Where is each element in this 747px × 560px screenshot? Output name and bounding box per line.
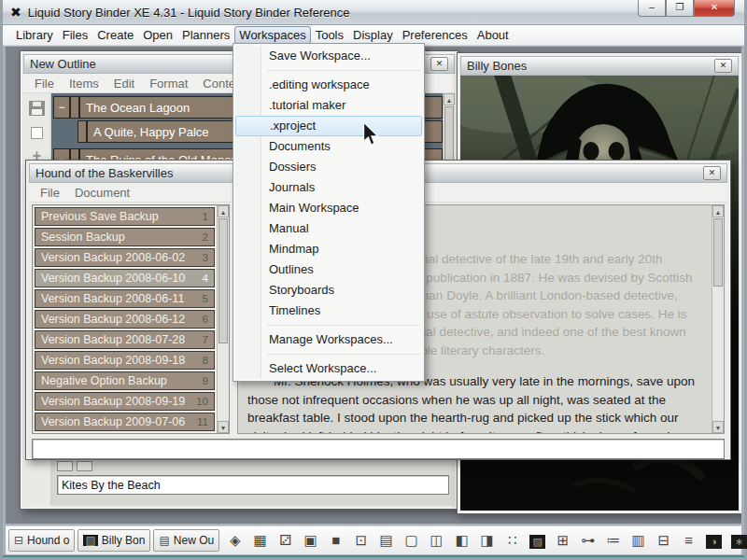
backup-row[interactable]: Version Backup 2008-09-188 <box>35 351 215 370</box>
maximize-button[interactable]: ❐ <box>666 0 694 17</box>
menu-tools[interactable]: Tools <box>311 26 348 44</box>
rows-icon[interactable]: ≡ <box>676 529 701 552</box>
editor-small-button[interactable] <box>77 461 92 471</box>
list-panel-icon[interactable]: ◧ <box>449 529 474 552</box>
image-night-icon[interactable]: ∗ <box>726 529 747 552</box>
menu-about[interactable]: About <box>472 26 514 44</box>
columns-icon[interactable]: ▥ <box>626 529 651 552</box>
document-scrollbar[interactable]: ▲ ▼ <box>712 205 724 433</box>
minimize-button[interactable]: – <box>638 0 666 17</box>
backup-row[interactable]: Version Backup 2008-06-115 <box>35 289 215 308</box>
square-icon[interactable]: ■ <box>323 529 348 552</box>
menuitem-journals[interactable]: Journals <box>235 177 422 198</box>
hound-menu-document[interactable]: Document <box>67 184 137 202</box>
menuitem-mindmap[interactable]: Mindmap <box>235 239 422 259</box>
menu-planners[interactable]: Planners <box>177 26 234 44</box>
backup-row[interactable]: Negative Option Backup9 <box>35 371 215 390</box>
layers-icon[interactable]: ◈ <box>222 529 247 552</box>
menu-library[interactable]: Library <box>11 26 58 44</box>
page-icon[interactable]: ▢ <box>399 529 424 552</box>
scroll-up-icon[interactable]: ▲ <box>712 205 724 217</box>
outline-list-icon[interactable]: ≔ <box>600 529 626 552</box>
backup-row[interactable]: Version Backup 2008-06-023 <box>35 248 215 267</box>
pixel-grid-icon[interactable]: ∷ <box>500 529 525 552</box>
menu-display[interactable]: Display <box>348 26 398 44</box>
taskbar-button-billy[interactable]: ▨ Billy Bon <box>78 529 150 552</box>
outline-close-button[interactable]: ✕ <box>430 57 448 71</box>
item-title-input[interactable] <box>57 475 449 495</box>
scroll-down-icon[interactable]: ▼ <box>218 421 229 433</box>
backup-row[interactable]: Version Backup 2008-09-1910 <box>35 392 215 411</box>
taskbar: ⊟ Hound o ▨ Billy Bon ▤ New Ou ◈ ▦ ⚂ ▣ ■… <box>6 525 741 554</box>
menuitem-save-workspace[interactable]: Save Workspace... <box>235 46 422 66</box>
main-titlebar: ✖ Liquid Story Binder XE 4.31 - Liquid S… <box>3 0 744 25</box>
selection-icon[interactable]: ⊡ <box>348 529 374 552</box>
split-view-icon[interactable]: ◨ <box>474 529 500 552</box>
backup-number: 2 <box>203 231 208 243</box>
backup-row[interactable]: Version Backup 2008-07-287 <box>35 330 215 349</box>
menuitem-xproject[interactable]: .xproject <box>235 116 422 136</box>
backup-number: 5 <box>203 293 208 304</box>
outline-menu-file[interactable]: File <box>27 75 62 92</box>
outline-menu-format[interactable]: Format <box>142 75 195 92</box>
menuitem-tutorial-maker[interactable]: .tutorial maker <box>235 95 422 116</box>
table-grid-icon[interactable]: ▦ <box>247 529 273 552</box>
menuitem-main-workspace[interactable]: Main Workspace <box>235 198 422 218</box>
table-header-icon[interactable]: ◫ <box>424 529 449 552</box>
outline-menu-items[interactable]: Items <box>62 75 106 92</box>
menuitem-timelines[interactable]: Timelines <box>235 301 422 321</box>
menu-workspaces[interactable]: Workspaces <box>234 26 310 44</box>
dice-icon[interactable]: ⚂ <box>273 529 298 552</box>
menu-files[interactable]: Files <box>58 26 92 44</box>
image-dark-icon[interactable]: ▨ <box>525 529 550 552</box>
document-footer-input[interactable] <box>32 439 725 459</box>
menu-preferences[interactable]: Preferences <box>398 26 472 44</box>
backup-row-selected[interactable]: Version Backup 2008-06-104 <box>35 269 215 287</box>
menuitem-storyboards[interactable]: Storyboards <box>235 280 422 301</box>
taskbar-button-hound[interactable]: ⊟ Hound o <box>8 529 75 552</box>
document-icon[interactable]: ▤ <box>374 529 399 552</box>
backup-row[interactable]: Previous Save Backup1 <box>35 207 215 226</box>
menuitem-select-workspace[interactable]: Select Workspace... <box>235 358 422 379</box>
editor-small-button[interactable] <box>57 461 73 471</box>
menuitem-editing-workspace[interactable]: .editing workspace <box>235 75 422 95</box>
hound-menu-file[interactable]: File <box>33 184 67 202</box>
outline-menu-edit[interactable]: Edit <box>106 75 142 92</box>
backup-number: 10 <box>196 396 208 407</box>
menuitem-outlines[interactable]: Outlines <box>235 259 422 280</box>
backup-row[interactable]: Session Backup2 <box>35 228 215 246</box>
billy-titlebar[interactable]: Billy Bones ✕ <box>460 56 739 76</box>
backup-row[interactable]: Version Backup 2008-06-126 <box>35 310 215 329</box>
menuitem-manage-workspaces[interactable]: Manage Workspaces... <box>235 329 422 350</box>
taskbar-button-outline[interactable]: ▤ New Ou <box>153 529 219 552</box>
scroll-up-icon[interactable]: ▲ <box>218 205 229 217</box>
menuitem-dossiers[interactable]: Dossiers <box>235 157 422 177</box>
backup-row[interactable]: Version Backup 2009-07-0611 <box>35 413 215 431</box>
scrollbar-thumb[interactable] <box>218 218 228 343</box>
billy-close-button[interactable]: ✕ <box>714 59 732 73</box>
menuitem-documents[interactable]: Documents <box>235 136 422 157</box>
image-moon-icon[interactable]: ◑ <box>701 529 726 552</box>
hound-close-button[interactable]: ✕ <box>703 166 721 180</box>
image-thumb-icon: ▨ <box>83 535 97 546</box>
scrollbar-thumb[interactable] <box>713 218 723 287</box>
billy-title: Billy Bones <box>467 59 527 73</box>
menu-separator <box>267 354 420 355</box>
mouse-cursor <box>362 122 379 151</box>
backup-number: 4 <box>203 273 208 284</box>
panels-icon[interactable]: ⊟ <box>651 529 676 552</box>
window-controls: – ❐ ✕ <box>638 0 735 17</box>
scroll-down-icon[interactable]: ▼ <box>712 421 724 433</box>
scroll-up-icon[interactable]: ▲ <box>444 93 455 105</box>
collapse-icon[interactable]: − <box>53 96 70 119</box>
menuitem-manual[interactable]: Manual <box>235 218 422 239</box>
close-button[interactable]: ✕ <box>694 0 735 17</box>
save-icon[interactable]: ▣ <box>298 529 323 552</box>
calendar-icon[interactable]: ⊞ <box>550 529 575 552</box>
backup-scrollbar[interactable]: ▲ ▼ <box>217 205 229 433</box>
save-icon[interactable] <box>29 101 45 116</box>
menu-open[interactable]: Open <box>138 26 177 44</box>
flow-chart-icon[interactable]: ⊶ <box>575 529 600 552</box>
menu-create[interactable]: Create <box>92 26 138 44</box>
checkbox-icon[interactable] <box>31 127 43 139</box>
